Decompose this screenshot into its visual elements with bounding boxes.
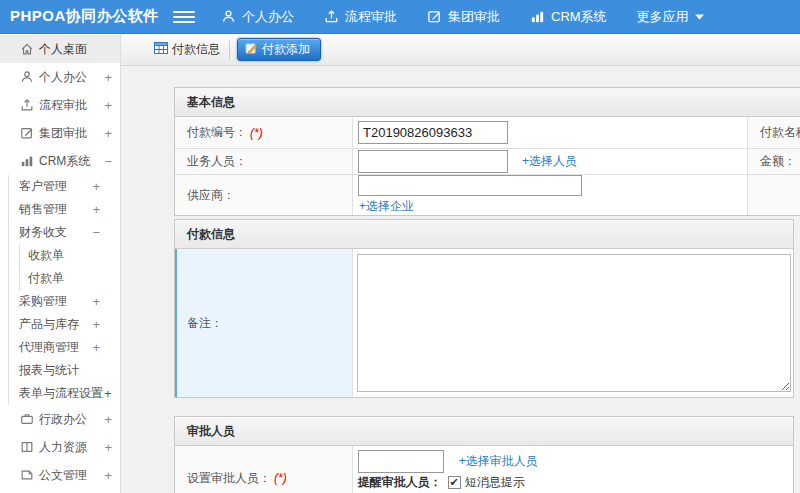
payment-no-input[interactable] <box>358 121 508 144</box>
sidebar-item-personal-desktop[interactable]: 个人桌面 <box>0 35 120 63</box>
sidebar-item-customer-mgmt[interactable]: 客户管理 + <box>19 175 120 198</box>
edit-icon <box>427 9 442 24</box>
empty-label-cell <box>748 175 800 215</box>
sidebar-item-process-approval[interactable]: 流程审批 + <box>0 91 120 119</box>
sidebar-item-agent-mgmt[interactable]: 代理商管理 + <box>19 336 120 359</box>
payment-form: 基本信息 付款编号：(*) 付款名称：(*) <box>174 87 800 493</box>
supplier-cell: +选择企业 <box>353 175 748 215</box>
section-basic-info: 基本信息 付款编号：(*) 付款名称：(*) <box>174 87 800 216</box>
expand-icon[interactable]: + <box>104 126 112 141</box>
nav-crm-system[interactable]: CRM系统 <box>530 8 607 26</box>
top-navigation: 个人办公 流程审批 集团审批 CRM系统 更多应用 <box>221 8 704 26</box>
nav-more-apps[interactable]: 更多应用 <box>637 8 704 26</box>
section-title: 付款信息 <box>175 220 793 249</box>
salesperson-label: 业务人员： <box>175 149 353 174</box>
sidebar-item-group-approval[interactable]: 集团审批 + <box>0 119 120 147</box>
section-title: 审批人员 <box>175 417 793 446</box>
caret-down-icon <box>695 14 704 20</box>
form-row-salesperson: 业务人员： +选择人员 金额： <box>175 149 800 175</box>
sidebar-item-finance[interactable]: 财务收支 − <box>19 221 120 244</box>
sidebar-item-reports-stats[interactable]: 报表与统计 <box>19 359 120 382</box>
payment-no-cell <box>353 117 748 148</box>
sidebar-item-human-resources[interactable]: 人力资源 + <box>0 433 120 461</box>
sidebar-item-form-process-settings[interactable]: 表单与流程设置 + <box>19 382 120 405</box>
remark-cell <box>353 249 793 397</box>
chart-icon <box>20 154 34 168</box>
home-icon <box>20 42 34 56</box>
supplier-label: 供应商： <box>175 175 353 215</box>
app-logo: PHPOA协同办公软件 <box>0 7 160 26</box>
set-approver-label: 设置审批人员：(*) <box>175 446 353 493</box>
content-area: 基本信息 付款编号：(*) 付款名称：(*) <box>121 66 800 493</box>
book-icon <box>20 440 34 454</box>
amount-label: 金额： <box>748 149 800 174</box>
user-icon <box>221 9 236 24</box>
sidebar-item-sales-mgmt[interactable]: 销售管理 + <box>19 198 120 221</box>
payment-no-label: 付款编号：(*) <box>175 117 353 148</box>
briefcase-icon <box>20 412 34 426</box>
expand-icon[interactable]: + <box>104 98 112 113</box>
sidebar-item-crm-system[interactable]: CRM系统 − <box>0 147 120 175</box>
form-row-set-approver: 设置审批人员：(*) +选择审批人员 提醒审批人员： ✔ <box>175 446 793 493</box>
expand-icon[interactable]: + <box>104 412 112 427</box>
chart-icon <box>530 9 545 24</box>
finance-submenu: 收款单 付款单 <box>19 244 120 290</box>
expand-icon[interactable]: + <box>104 440 112 455</box>
sidebar-item-admin-office[interactable]: 行政办公 + <box>0 405 120 433</box>
nav-group-approval[interactable]: 集团审批 <box>427 8 500 26</box>
tab-payment-info[interactable]: 付款信息 <box>154 40 230 60</box>
expand-icon[interactable]: + <box>92 340 100 355</box>
tab-bar: 付款信息 付款添加 <box>121 34 800 66</box>
approver-input[interactable] <box>358 450 444 473</box>
remark-label: 备注： <box>175 249 353 397</box>
sidebar-item-document-mgmt[interactable]: 公文管理 + <box>0 461 120 489</box>
form-row-supplier: 供应商： +选择企业 <box>175 175 800 215</box>
section-payment-info: 付款信息 备注： <box>174 219 794 398</box>
sidebar-item-product-inventory[interactable]: 产品与库存 + <box>19 313 120 336</box>
select-person-link[interactable]: +选择人员 <box>522 153 577 170</box>
user-icon <box>20 70 34 84</box>
required-mark: (*) <box>274 471 287 485</box>
sidebar-item-personal-office[interactable]: 个人办公 + <box>0 63 120 91</box>
expand-icon[interactable]: + <box>104 386 112 401</box>
app-window: PHPOA协同办公软件 个人办公 流程审批 集团审批 <box>0 0 800 493</box>
payment-name-label: 付款名称：(*) <box>748 117 800 148</box>
salesperson-cell: +选择人员 <box>353 149 748 174</box>
expand-icon[interactable]: + <box>104 468 112 483</box>
process-icon <box>20 98 34 112</box>
expand-icon[interactable]: + <box>104 70 112 85</box>
document-icon <box>20 468 34 482</box>
select-company-link[interactable]: +选择企业 <box>359 198 414 215</box>
sidebar-item-receipt-order[interactable]: 收款单 <box>28 244 120 267</box>
collapse-icon[interactable]: − <box>92 225 100 240</box>
remind-approver-label: 提醒审批人员： <box>358 474 442 491</box>
sms-checkbox-label: 短消息提示 <box>465 474 525 491</box>
nav-process-approval[interactable]: 流程审批 <box>324 8 397 26</box>
select-approver-link[interactable]: +选择审批人员 <box>459 453 538 470</box>
tab-payment-add[interactable]: 付款添加 <box>237 38 321 61</box>
supplier-input[interactable] <box>358 175 582 196</box>
sms-checkbox[interactable]: ✔ <box>448 476 461 489</box>
required-mark: (*) <box>250 126 263 140</box>
pencil-icon <box>245 42 258 58</box>
nav-personal-office[interactable]: 个人办公 <box>221 8 294 26</box>
section-title: 基本信息 <box>175 88 800 117</box>
sidebar-item-payment-order[interactable]: 付款单 <box>28 267 120 290</box>
crm-submenu: 客户管理 + 销售管理 + 财务收支 − 收款单 付款单 <box>8 175 120 405</box>
menu-toggle-icon[interactable] <box>173 11 195 23</box>
set-approver-cell: +选择审批人员 提醒审批人员： ✔ 短消息提示 注：流程第一步审批人员，这里选择… <box>353 446 793 493</box>
collapse-icon[interactable]: − <box>104 154 112 169</box>
topbar: PHPOA协同办公软件 个人办公 流程审批 集团审批 <box>0 0 800 34</box>
salesperson-input <box>358 150 508 173</box>
sidebar-item-purchase-mgmt[interactable]: 采购管理 + <box>19 290 120 313</box>
form-row-remark: 备注： <box>175 249 793 397</box>
expand-icon[interactable]: + <box>92 179 100 194</box>
expand-icon[interactable]: + <box>92 294 100 309</box>
remark-textarea[interactable] <box>357 254 791 392</box>
expand-icon[interactable]: + <box>92 202 100 217</box>
process-icon <box>324 9 339 24</box>
sidebar: 个人桌面 个人办公 + 流程审批 + 集团审批 <box>0 34 121 493</box>
section-approvers: 审批人员 设置审批人员：(*) +选择审批人员 <box>174 416 794 493</box>
form-row-payment-no: 付款编号：(*) 付款名称：(*) <box>175 117 800 149</box>
expand-icon[interactable]: + <box>92 317 100 332</box>
